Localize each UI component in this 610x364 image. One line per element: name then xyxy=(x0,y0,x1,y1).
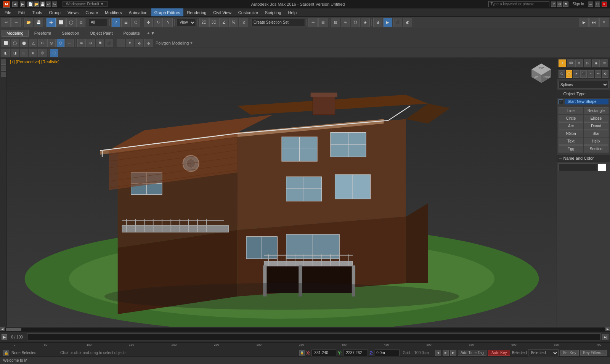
select-by-name-btn[interactable]: ☰ xyxy=(121,18,130,27)
render-frame-btn[interactable]: ⬛ xyxy=(393,18,402,27)
icon2-active[interactable]: ⬡ xyxy=(50,49,58,57)
selected-dropdown[interactable]: Selected xyxy=(528,350,559,356)
menu-animation[interactable]: Animation xyxy=(126,8,151,16)
ot-section[interactable]: Section xyxy=(584,145,608,152)
icon-bevel[interactable]: ⬖ xyxy=(135,39,143,47)
open-btn[interactable]: 📂 xyxy=(34,2,39,7)
menu-help[interactable]: Help xyxy=(285,8,300,16)
object-type-header[interactable]: ─ Object Type xyxy=(557,90,610,98)
left-btn-2[interactable] xyxy=(1,66,6,71)
menu-edit[interactable]: Edit xyxy=(15,8,29,16)
menu-scripting[interactable]: Scripting xyxy=(262,8,284,16)
move-btn[interactable]: ✤ xyxy=(144,18,153,27)
ot-text[interactable]: Text xyxy=(559,138,583,145)
help-icon[interactable]: ? xyxy=(551,2,556,7)
new-btn[interactable]: 📄 xyxy=(27,2,33,7)
menu-views[interactable]: Views xyxy=(64,8,82,16)
filter-input[interactable] xyxy=(89,19,108,26)
add-time-tag-btn[interactable]: Add Time Tag xyxy=(458,350,486,356)
scene-canvas[interactable]: TOP LEFT FRONT xyxy=(7,58,557,327)
x-input[interactable] xyxy=(311,350,336,356)
material-editor-btn[interactable]: ◈ xyxy=(361,18,370,27)
tab-create[interactable]: ✦ xyxy=(559,59,566,67)
polygon-dropdown-arrow[interactable]: ▼ xyxy=(189,41,193,45)
play-anim-btn[interactable]: ▶ xyxy=(580,18,589,27)
icon-attach[interactable]: ⊕ xyxy=(77,39,86,47)
close-btn[interactable]: ✕ xyxy=(602,2,607,7)
undo-quick[interactable]: ↩ xyxy=(46,2,51,7)
ot-donut[interactable]: Donut xyxy=(584,122,608,130)
save-btn[interactable]: 💾 xyxy=(40,2,45,7)
timeline-end-btn[interactable]: ▶| xyxy=(602,334,608,340)
ot-rectangle[interactable]: Rectangle xyxy=(584,107,608,114)
start-new-shape-checkbox[interactable]: ✓ xyxy=(559,99,563,104)
next-frame-btn[interactable]: ⏭ xyxy=(589,18,599,27)
icon-tube[interactable]: ◎ xyxy=(47,39,56,47)
tab-spacewarps[interactable]: 〜 xyxy=(595,70,601,78)
render-btn[interactable]: ▶ xyxy=(383,18,392,27)
icon-collapse[interactable]: ⬛ xyxy=(105,39,113,47)
app-icon-btn[interactable]: M xyxy=(3,1,10,8)
select-region-btn[interactable]: ⬡ xyxy=(131,18,140,27)
tab-freeform[interactable]: Freeform xyxy=(29,30,56,37)
render-setup-btn[interactable]: 🖥 xyxy=(373,18,382,27)
left-btn-3[interactable] xyxy=(1,72,6,77)
tab-shapes[interactable]: ◯ xyxy=(566,70,572,78)
menu-tools[interactable]: Tools xyxy=(29,8,45,16)
tab-helpers[interactable]: + xyxy=(588,70,594,78)
rotate-btn[interactable]: ↻ xyxy=(154,18,163,27)
timeline-toggle-btn[interactable]: ≡ xyxy=(599,18,608,27)
menu-create[interactable]: Create xyxy=(82,8,101,16)
minimize-btn[interactable]: ─ xyxy=(588,2,593,7)
select-region-circle[interactable]: ◯ xyxy=(66,18,75,27)
layer-manager-btn[interactable]: ⊟ xyxy=(331,18,340,27)
color-swatch[interactable] xyxy=(598,164,606,171)
tab-object-paint[interactable]: Object Paint xyxy=(85,30,118,37)
schematic-view-btn[interactable]: ⬡ xyxy=(351,18,360,27)
scale-btn[interactable]: ⤡ xyxy=(164,18,173,27)
name-color-header[interactable]: ─ Name and Color xyxy=(557,155,610,162)
tab-utilities[interactable]: ⚙ xyxy=(600,59,608,67)
icon-cone[interactable]: △ xyxy=(29,39,37,47)
ot-line[interactable]: Line xyxy=(559,107,583,114)
left-btn-1[interactable] xyxy=(1,59,6,65)
tab-lights[interactable]: ☀ xyxy=(573,70,580,78)
icon2-5[interactable]: ⌬ xyxy=(38,49,47,57)
splines-dropdown[interactable]: Splines NURBS Curves Extended Splines xyxy=(559,81,608,88)
ot-helix[interactable]: Helix xyxy=(584,138,608,145)
tab-modeling[interactable]: Modeling xyxy=(2,30,29,37)
icon-sphere[interactable]: ◯ xyxy=(11,39,19,47)
settings-icon[interactable]: ⚙ xyxy=(557,2,562,7)
flag-icon[interactable]: ⚑ xyxy=(563,2,568,7)
scrollbar-thumb[interactable] xyxy=(6,328,21,331)
icon2-4[interactable]: ⊠ xyxy=(29,49,37,57)
maximize-btn[interactable]: □ xyxy=(595,2,600,7)
z-input[interactable] xyxy=(375,350,400,356)
ot-circle[interactable]: Circle xyxy=(559,115,583,122)
play-anim-status-btn[interactable]: ▶ xyxy=(443,350,449,356)
nav-cube[interactable]: TOP LEFT FRONT xyxy=(530,62,553,85)
y-input[interactable] xyxy=(343,350,368,356)
ot-ellipse[interactable]: Ellipse xyxy=(584,115,608,122)
percent-snap-btn[interactable]: % xyxy=(229,18,238,27)
select-object-btn[interactable]: ↗ xyxy=(111,18,120,27)
icon-weld[interactable]: ⌘ xyxy=(96,39,104,47)
timeline-toggle-btn[interactable]: ▶ xyxy=(2,334,7,340)
tab-cameras[interactable]: ⬛ xyxy=(580,70,587,78)
ot-star[interactable]: Star xyxy=(584,130,608,137)
menu-civil-view[interactable]: Civil View xyxy=(210,8,234,16)
next-key-btn[interactable]: ▶ xyxy=(450,350,456,356)
scroll-right-btn[interactable]: ▶ xyxy=(605,327,610,332)
icon-cylinder[interactable]: ⬤ xyxy=(20,39,28,47)
icon-plane[interactable]: ▭ xyxy=(66,39,74,47)
icon-torus[interactable]: ⊙ xyxy=(38,39,47,47)
menu-rendering[interactable]: Rendering xyxy=(184,8,210,16)
select-mode-btn[interactable]: ✚ xyxy=(47,18,56,27)
tab-display[interactable]: ◉ xyxy=(592,59,600,67)
auto-key-btn[interactable]: Auto Key xyxy=(488,350,510,356)
lock-icon[interactable]: 🔒 xyxy=(3,350,9,356)
icon2-1[interactable]: ◧ xyxy=(2,49,10,57)
coord-lock-icon[interactable]: 🔒 xyxy=(299,350,305,356)
tab-motion[interactable]: ▷ xyxy=(584,59,591,67)
timeline-track[interactable] xyxy=(27,334,601,340)
